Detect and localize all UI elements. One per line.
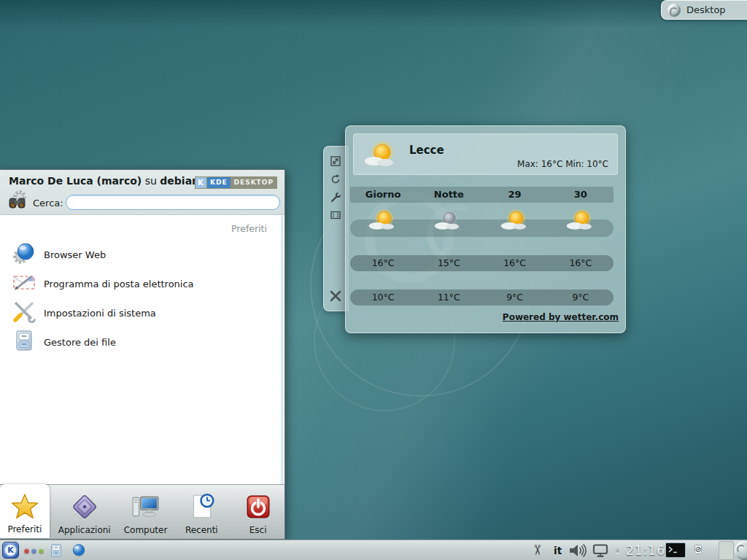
weather-widget: Lecce Max: 16°C Min: 10°C Giorno Notte 2… bbox=[345, 125, 626, 333]
high-temp: 16°C bbox=[548, 255, 614, 271]
web-browser-launcher-icon[interactable] bbox=[71, 542, 87, 560]
high-temp: 16°C bbox=[482, 255, 548, 271]
weather-low-temps: 10°C 11°C 9°C 9°C bbox=[350, 289, 614, 306]
tab-recenti[interactable]: Recenti bbox=[171, 485, 231, 539]
tab-applicazioni[interactable]: Applicazioni bbox=[50, 485, 120, 539]
cashew-icon bbox=[667, 4, 681, 17]
favorites-section-label: Preferiti bbox=[231, 223, 267, 234]
resize-icon[interactable] bbox=[330, 155, 341, 167]
search-input[interactable] bbox=[66, 195, 280, 210]
host-name: debian bbox=[160, 175, 199, 187]
pager-dot-red[interactable] bbox=[24, 548, 29, 553]
email-icon bbox=[12, 270, 36, 298]
rotate-icon[interactable] bbox=[330, 174, 341, 185]
kde-badge-k-icon: K bbox=[196, 177, 207, 188]
menu-item-system-settings[interactable]: Impostazioni di sistema bbox=[0, 298, 285, 327]
high-temp: 15°C bbox=[416, 255, 481, 271]
tab-preferiti[interactable]: Preferiti bbox=[0, 484, 50, 538]
weather-column-headers: Giorno Notte 29 30 bbox=[350, 187, 614, 203]
low-temp: 10°C bbox=[350, 289, 416, 306]
col-30: 30 bbox=[548, 187, 614, 203]
computer-icon bbox=[131, 492, 160, 524]
menu-item-label: Programma di posta elettronica bbox=[44, 279, 194, 289]
klipper-scissors-icon[interactable]: ✂ bbox=[530, 544, 546, 556]
recent-icon bbox=[187, 492, 216, 524]
system-settings-icon bbox=[12, 299, 36, 327]
bottom-panel: K ✂ it ▲ 21:16 bbox=[0, 540, 747, 560]
tab-label: Recenti bbox=[185, 525, 218, 535]
tab-label: Preferiti bbox=[7, 524, 42, 534]
tab-label: Applicazioni bbox=[58, 525, 111, 535]
weather-city: Lecce bbox=[409, 144, 444, 157]
volume-icon[interactable] bbox=[569, 544, 588, 560]
file-manager-icon bbox=[12, 328, 36, 356]
tab-esci[interactable]: Esci bbox=[231, 485, 285, 539]
user-host-title: Marco De Luca (marco) su debian bbox=[9, 175, 199, 187]
title-connector: su bbox=[142, 175, 160, 187]
wetter-attribution-link[interactable]: Powered by wetter.com bbox=[503, 312, 619, 322]
kde-desktop-badge: K KDE DESKTOP bbox=[195, 176, 277, 189]
menu-item-file-manager[interactable]: Gestore dei file bbox=[0, 327, 285, 357]
star-icon bbox=[10, 491, 39, 524]
file-manager-launcher-icon[interactable] bbox=[48, 542, 64, 560]
digital-clock[interactable]: 21:16 bbox=[626, 543, 665, 558]
weather-max-min: Max: 16°C Min: 10°C bbox=[517, 159, 608, 169]
terminal-tray-icon[interactable] bbox=[665, 542, 686, 558]
kde-apps-icon bbox=[70, 492, 99, 524]
menu-item-label: Impostazioni di sistema bbox=[44, 308, 156, 319]
weather-header: Lecce Max: 16°C Min: 10°C bbox=[353, 133, 618, 175]
close-icon[interactable] bbox=[329, 289, 341, 301]
panel-toolbox-cashew-icon[interactable] bbox=[735, 541, 747, 560]
weather-high-temps: 16°C 15°C 16°C 16°C bbox=[350, 255, 614, 271]
high-temp: 16°C bbox=[350, 255, 416, 271]
low-temp: 11°C bbox=[416, 289, 481, 306]
kmenu-button[interactable]: K bbox=[2, 542, 19, 559]
low-temp: 9°C bbox=[548, 289, 614, 306]
panel-mini-widget[interactable] bbox=[719, 541, 734, 560]
power-icon bbox=[244, 492, 273, 524]
maximize-icon[interactable] bbox=[330, 209, 341, 221]
menu-item-label: Gestore dei file bbox=[44, 337, 116, 348]
col-notte: Notte bbox=[416, 187, 481, 203]
web-browser-icon bbox=[12, 241, 36, 268]
low-temp: 9°C bbox=[482, 289, 548, 306]
keyboard-layout-indicator[interactable]: it bbox=[554, 545, 562, 556]
moon-cloud-icon bbox=[416, 203, 481, 237]
toolbox-label: Desktop bbox=[686, 4, 726, 15]
sun-cloud-icon bbox=[548, 203, 614, 237]
menu-item-email[interactable]: Programma di posta elettronica bbox=[0, 269, 285, 298]
weather-condition-icons bbox=[350, 203, 614, 237]
search-label: Cerca: bbox=[33, 198, 63, 209]
tab-computer[interactable]: Computer bbox=[120, 485, 172, 539]
desktop-toolbox[interactable]: Desktop bbox=[661, 0, 747, 20]
menu-item-browser-web[interactable]: Browser Web bbox=[0, 240, 285, 269]
pager-dot-blue[interactable] bbox=[31, 548, 36, 553]
weather-tray-icon[interactable]: ⊘ °C bbox=[691, 541, 705, 560]
application-launcher-menu: Marco De Luca (marco) su debian K KDE DE… bbox=[0, 169, 285, 540]
tray-expander-icon[interactable]: ▲ bbox=[615, 546, 620, 553]
launcher-tab-bar: Preferiti Applicazioni bbox=[0, 484, 285, 539]
kde-badge-desktop: DESKTOP bbox=[231, 177, 276, 188]
sun-cloud-icon bbox=[350, 203, 416, 237]
kde-badge-kde: KDE bbox=[207, 177, 231, 188]
kde-logo-icon: K bbox=[5, 545, 16, 556]
col-29: 29 bbox=[482, 187, 548, 203]
no-data-icon: ⊘ bbox=[694, 545, 702, 554]
user-name: Marco De Luca (marco) bbox=[9, 175, 142, 187]
sun-cloud-icon bbox=[363, 136, 399, 176]
device-notifier-icon[interactable] bbox=[592, 544, 608, 560]
tab-label: Computer bbox=[124, 525, 168, 535]
menu-item-label: Browser Web bbox=[44, 249, 106, 260]
configure-wrench-icon[interactable] bbox=[330, 192, 341, 203]
pager-dot-green[interactable] bbox=[39, 548, 44, 553]
sun-cloud-icon bbox=[482, 203, 548, 237]
launcher-header: Marco De Luca (marco) su debian K KDE DE… bbox=[0, 170, 285, 215]
col-giorno: Giorno bbox=[350, 187, 416, 203]
tab-label: Esci bbox=[249, 525, 267, 535]
search-binoculars-icon bbox=[4, 188, 31, 219]
